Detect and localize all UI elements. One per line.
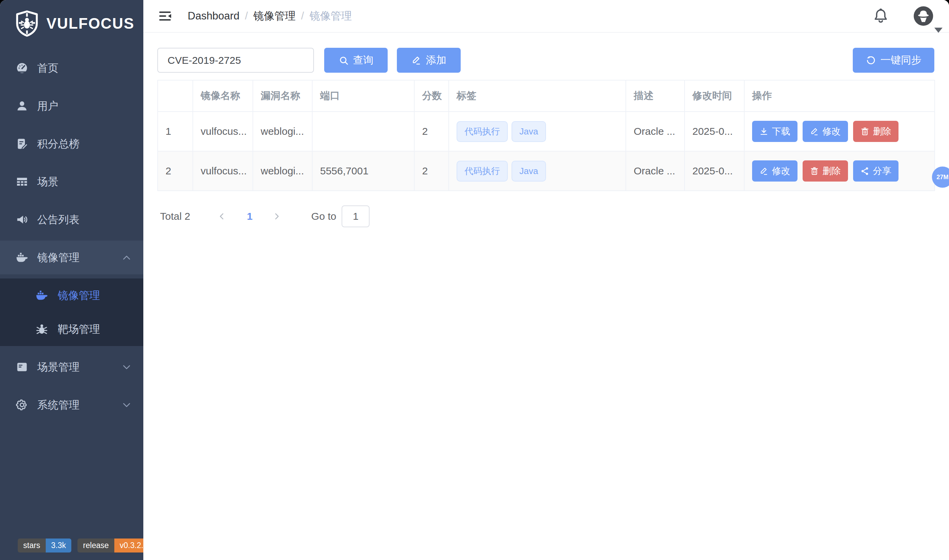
images-table: 镜像名称 漏洞名称 端口 分数 标签 描述 修改时间 操作 1 vulfocus… — [157, 80, 935, 191]
trash-icon — [860, 127, 869, 136]
col-ports: 端口 — [312, 80, 414, 112]
cell-tags: 代码执行 Java — [449, 151, 626, 191]
docker-icon — [35, 289, 48, 302]
add-button[interactable]: 添加 — [397, 48, 461, 73]
gear-icon — [16, 398, 28, 411]
sidebar-item-label: 公告列表 — [37, 212, 80, 227]
sidebar-item-image-management[interactable]: 镜像管理 — [0, 241, 143, 274]
edit-button[interactable]: 修改 — [803, 121, 848, 142]
toolbar: 查询 添加 一键同步 — [157, 48, 934, 73]
stars-badge-value: 3.3k — [46, 538, 71, 552]
content: 查询 添加 一键同步 — [143, 33, 949, 227]
breadcrumb-dashboard[interactable]: Dashboard — [188, 10, 240, 22]
breadcrumb-separator: / — [301, 10, 304, 22]
docker-icon — [16, 251, 28, 264]
page-number[interactable]: 1 — [247, 211, 252, 222]
sync-button-label: 一键同步 — [880, 53, 921, 67]
pagination-total: Total 2 — [160, 211, 190, 222]
release-badge[interactable]: release v0.3.2.11 — [77, 538, 143, 552]
col-description: 描述 — [626, 80, 684, 112]
edit-button[interactable]: 修改 — [752, 160, 797, 182]
avatar[interactable] — [913, 5, 934, 27]
stars-badge[interactable]: stars 3.3k — [18, 538, 71, 552]
search-icon — [338, 55, 349, 66]
sidebar-item-ranking[interactable]: 积分总榜 — [0, 127, 143, 161]
goto-label: Go to — [311, 211, 336, 222]
query-button-label: 查询 — [353, 53, 374, 67]
download-icon — [759, 127, 769, 136]
sidebar-item-scenes[interactable]: 场景 — [0, 165, 143, 198]
trash-icon — [810, 166, 819, 176]
cell-tags: 代码执行 Java — [449, 112, 626, 151]
cell-vuln-name: weblogi... — [253, 151, 312, 191]
prev-page-icon[interactable] — [217, 212, 226, 221]
sync-all-button[interactable]: 一键同步 — [853, 48, 934, 73]
cell-actions: 修改 删除 分享 — [744, 151, 935, 191]
sidebar-item-home[interactable]: 首页 — [0, 51, 143, 85]
release-badge-label: release — [77, 538, 114, 552]
pen-icon — [810, 127, 819, 136]
col-index — [158, 80, 193, 112]
tag-badge: Java — [512, 121, 546, 142]
sidebar-item-label: 场景管理 — [37, 360, 80, 374]
query-button[interactable]: 查询 — [324, 48, 388, 73]
table-row: 2 vulfocus... weblogi... 5556,7001 2 代码执… — [158, 151, 935, 191]
avatar-wrap — [913, 5, 934, 27]
cell-ports: 5556,7001 — [312, 151, 414, 191]
sidebar-subitem-label: 镜像管理 — [58, 288, 100, 303]
add-button-label: 添加 — [426, 53, 446, 67]
pagination: Total 2 1 Go to — [157, 205, 934, 227]
search-input[interactable] — [157, 48, 314, 73]
sidebar-item-label: 系统管理 — [37, 398, 80, 412]
table-row: 1 vulfocus... weblogi... 2 代码执行 Java Ora… — [158, 112, 935, 151]
breadcrumb-current: 镜像管理 — [309, 9, 352, 23]
cell-modified: 2025-0... — [684, 112, 744, 151]
cell-image-name: vulfocus... — [193, 112, 253, 151]
bell-icon[interactable] — [872, 8, 889, 24]
sidebar-item-users[interactable]: 用户 — [0, 89, 143, 123]
download-button[interactable]: 下载 — [752, 121, 797, 142]
col-tags: 标签 — [449, 80, 626, 112]
breadcrumb-separator: / — [245, 10, 248, 22]
delete-button[interactable]: 删除 — [853, 121, 898, 142]
col-modified: 修改时间 — [684, 80, 744, 112]
chevron-down-icon — [122, 400, 132, 410]
goto-page-input[interactable] — [341, 205, 369, 227]
sidebar-item-scene-management[interactable]: 场景管理 — [0, 350, 143, 384]
sidebar-item-label: 镜像管理 — [37, 251, 80, 265]
breadcrumb-image-management[interactable]: 镜像管理 — [253, 9, 295, 23]
cell-actions: 下载 修改 删除 — [744, 112, 935, 151]
col-score: 分数 — [414, 80, 449, 112]
sidebar-item-announcements[interactable]: 公告列表 — [0, 203, 143, 237]
dashboard-icon — [16, 62, 28, 74]
breadcrumb: Dashboard / 镜像管理 / 镜像管理 — [188, 9, 352, 23]
chevron-down-icon — [122, 362, 132, 372]
user-icon — [16, 100, 28, 112]
topbar: Dashboard / 镜像管理 / 镜像管理 — [143, 0, 949, 33]
bug-icon — [35, 323, 48, 335]
stars-badge-label: stars — [18, 538, 46, 552]
sidebar-item-label: 首页 — [37, 61, 58, 75]
col-vuln-name: 漏洞名称 — [253, 80, 312, 112]
pen-icon — [411, 55, 421, 66]
next-page-icon[interactable] — [272, 212, 281, 221]
cell-index: 1 — [158, 112, 193, 151]
sidebar-subitem-label: 靶场管理 — [58, 322, 100, 337]
tag-badge: Java — [512, 161, 546, 182]
col-actions: 操作 — [744, 80, 935, 112]
tag-badge: 代码执行 — [457, 121, 508, 142]
caret-down-icon[interactable] — [934, 28, 943, 33]
sidebar-item-system-management[interactable]: 系统管理 — [0, 388, 143, 422]
delete-button[interactable]: 删除 — [803, 160, 848, 182]
sidebar-subitem-image-management[interactable]: 镜像管理 — [0, 278, 143, 312]
chevron-up-icon — [122, 252, 132, 263]
main-area: Dashboard / 镜像管理 / 镜像管理 查询 — [143, 0, 949, 560]
card-icon — [16, 361, 28, 373]
collapse-sidebar-icon[interactable] — [158, 10, 173, 22]
logo-text: VULFOCUS — [46, 15, 134, 32]
sidebar-subitem-range-management[interactable]: 靶场管理 — [0, 312, 143, 346]
sidebar: VULFOCUS 首页 用户 积分总榜 场景 公告列表 — [0, 0, 143, 560]
col-image-name: 镜像名称 — [193, 80, 253, 112]
share-button[interactable]: 分享 — [853, 160, 898, 182]
sidebar-menu: 首页 用户 积分总榜 场景 公告列表 镜像管理 — [0, 51, 143, 422]
